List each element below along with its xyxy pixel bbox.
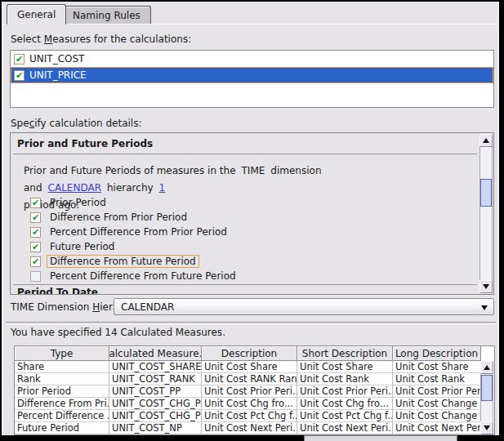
checkbox-icon[interactable]: ✔ — [14, 54, 25, 65]
table-row[interactable]: Prior PeriodUNIT_COST_PPUnit Cost Prior … — [15, 385, 494, 398]
table-cell: Unit Cost Share — [202, 361, 297, 373]
measure-label: UNIT_COST — [29, 53, 84, 65]
up-arrow-icon — [483, 138, 489, 143]
measure-item[interactable]: ✔UNIT_COST — [11, 51, 493, 67]
scroll-up-button[interactable] — [480, 361, 493, 374]
table-cell: UNIT_COST_NP — [109, 422, 202, 434]
tab-general[interactable]: General — [7, 4, 66, 24]
tab-naming-rules[interactable]: Naming Rules — [62, 6, 151, 24]
scroll-down-button[interactable] — [479, 280, 493, 293]
table-cell: Unit Cost Change f... — [393, 410, 481, 422]
dropdown-arrow-icon — [481, 305, 488, 310]
hierarchy-dropdown[interactable]: CALENDAR — [114, 298, 494, 315]
separator — [13, 284, 477, 285]
table-cell: Unit Cost Next Peri... — [202, 422, 297, 434]
calc-option-label: Difference From Future Period — [47, 255, 199, 268]
table-cell: Unit Cost Change f... — [393, 398, 481, 410]
scroll-up-button[interactable] — [479, 134, 493, 147]
calc-option-label: Prior Period — [47, 196, 109, 209]
next-group-title: Period To Date — [17, 287, 98, 295]
table-cell: Difference From Pri... — [15, 398, 109, 410]
group-title: Prior and Future Periods — [17, 138, 153, 149]
table-cell: Share — [15, 361, 109, 373]
checkbox-icon[interactable]: ✔ — [30, 198, 41, 208]
table-cell: UNIT_COST_CHG_PP — [109, 398, 202, 410]
table-cell: Unit Cost Share — [297, 361, 393, 373]
hierarchy-link[interactable]: CALENDAR — [48, 182, 101, 194]
dimension-name: TIME — [242, 165, 265, 176]
table-header-row: TypeCalculated Measure...DescriptionShor… — [15, 346, 494, 361]
scrollbar-track[interactable] — [479, 147, 493, 280]
checkbox-icon[interactable]: ✔ — [30, 256, 41, 267]
details-scrollbar[interactable] — [479, 134, 493, 293]
calc-option[interactable]: ✔Difference From Prior Period — [30, 210, 455, 225]
separator — [13, 154, 477, 154]
table-row[interactable]: ShareUNIT_COST_SHAREUnit Cost ShareUnit … — [15, 361, 494, 373]
tab-naming-rules-label: Naming Rules — [73, 10, 140, 21]
measures-list[interactable]: ✔UNIT_COST✔UNIT_PRICE — [10, 50, 494, 108]
checkbox-icon[interactable]: ✔ — [14, 70, 25, 81]
calculated-measures-dialog: General Naming Rules Select Measures for… — [0, 0, 504, 441]
scrollbar-thumb[interactable] — [481, 375, 493, 401]
table-cell: UNIT_COST_PP — [109, 385, 202, 398]
table-cell: Future Period — [15, 422, 109, 434]
table-cell: Unit Cost Next Peri... — [297, 422, 393, 434]
calc-option-label: Future Period — [47, 240, 118, 253]
table-row[interactable]: RankUNIT_COST_RANKUnit Cost RANK RankUni… — [15, 373, 494, 385]
scrollbar-track[interactable] — [480, 374, 493, 421]
checkbox-icon[interactable]: ✔ — [30, 212, 41, 223]
calc-option[interactable]: Percent Difference From Future Period — [30, 269, 455, 283]
table-cell: UNIT_COST_CHG_PP — [109, 410, 202, 422]
table-cell: Unit Cost Chg fro... — [202, 398, 297, 410]
checkbox-icon[interactable] — [30, 271, 41, 282]
scrollbar-thumb[interactable] — [480, 179, 492, 207]
calc-option-label: Percent Difference From Future Period — [47, 270, 239, 283]
table-cell: Unit Cost Rank — [297, 373, 393, 385]
table-cell: Unit Cost Share — [393, 361, 481, 373]
tab-panel-edge — [3, 24, 498, 24]
column-header[interactable]: Description — [202, 346, 297, 361]
table-cell: Unit Cost Prior Peri... — [202, 385, 297, 398]
table-cell: Percent Difference ... — [15, 410, 109, 422]
separator — [6, 322, 496, 325]
scroll-down-button[interactable] — [480, 421, 493, 434]
summary-text: You have specified 14 Calculated Measure… — [11, 327, 225, 338]
table-cell: Unit Cost Prior Peri... — [393, 385, 481, 398]
calculated-measures-table: TypeCalculated Measure...DescriptionShor… — [14, 345, 495, 435]
table-body: ShareUNIT_COST_SHAREUnit Cost ShareUnit … — [15, 361, 494, 434]
table-cell: Unit Cost Pct Chg f... — [297, 410, 393, 422]
table-cell: Prior Period — [15, 385, 109, 398]
select-measures-label: Select Measures for the calculations: — [11, 33, 191, 45]
column-header[interactable]: Long Description — [393, 346, 481, 361]
column-header[interactable]: Calculated Measure... — [109, 346, 202, 361]
table-cell: Unit Cost Prior Peri... — [297, 385, 393, 398]
calc-details-label: Specify calculation details: — [11, 118, 142, 129]
table-cell: Unit Cost RANK Rank — [202, 373, 297, 385]
table-scrollbar[interactable] — [480, 361, 493, 434]
table-cell: UNIT_COST_SHARE — [109, 361, 202, 373]
periods-count-link[interactable]: 1 — [159, 182, 166, 194]
table-cell: Rank — [15, 373, 109, 385]
checkbox-icon[interactable]: ✔ — [30, 242, 41, 252]
calc-option[interactable]: ✔Percent Difference From Prior Period — [30, 225, 455, 239]
up-arrow-icon — [484, 365, 490, 370]
table-row[interactable]: Difference From Pri...UNIT_COST_CHG_PPUn… — [15, 398, 494, 410]
calc-option-label: Difference From Prior Period — [47, 211, 190, 224]
table-row[interactable]: Future PeriodUNIT_COST_NPUnit Cost Next … — [15, 422, 494, 434]
calc-option[interactable]: ✔Future Period — [30, 239, 455, 254]
checkbox-icon[interactable]: ✔ — [30, 227, 41, 238]
calc-option[interactable]: ✔Difference From Future Period — [30, 254, 455, 269]
column-header[interactable]: Type — [15, 346, 109, 361]
table-cell: Unit Cost Next Peri... — [393, 422, 481, 434]
calc-details-panel: Prior and Future Periods Prior and Futur… — [10, 132, 494, 295]
table-row[interactable]: Percent Difference ...UNIT_COST_CHG_PPUn… — [15, 410, 494, 422]
calc-option-label: Percent Difference From Prior Period — [47, 225, 230, 238]
down-arrow-icon — [484, 425, 490, 430]
column-header[interactable]: Short Description — [297, 346, 393, 361]
down-arrow-icon — [483, 284, 489, 289]
calc-options-list: ✔Prior Period✔Difference From Prior Peri… — [30, 195, 455, 283]
measure-item[interactable]: ✔UNIT_PRICE — [11, 67, 493, 83]
table-cell: UNIT_COST_RANK — [109, 373, 202, 385]
measure-label: UNIT_PRICE — [29, 69, 87, 81]
calc-option[interactable]: ✔Prior Period — [30, 195, 455, 210]
